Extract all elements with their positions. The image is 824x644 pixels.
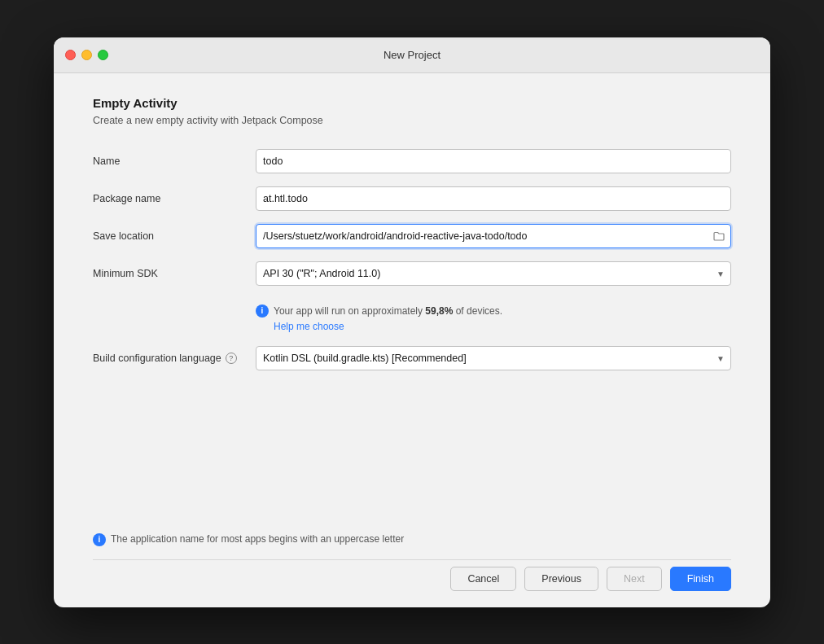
- browse-folder-button[interactable]: [712, 229, 726, 243]
- build-config-select-wrapper: Kotlin DSL (build.gradle.kts) [Recommend…: [256, 346, 731, 370]
- content-area: Empty Activity Create a new empty activi…: [54, 73, 770, 607]
- name-input[interactable]: [256, 149, 731, 173]
- bottom-notice-text: The application name for most apps begin…: [111, 533, 404, 545]
- save-location-label: Save location: [93, 230, 256, 242]
- sdk-info-percentage: 59,8%: [425, 305, 453, 317]
- package-name-label: Package name: [93, 193, 256, 204]
- previous-button[interactable]: Previous: [524, 567, 598, 591]
- name-label: Name: [93, 156, 256, 167]
- build-config-label-text: Build configuration language: [93, 353, 221, 364]
- label-with-help: Build configuration language ?: [93, 353, 256, 364]
- info-icon: i: [256, 304, 269, 318]
- minimum-sdk-select-wrapper: API 30 ("R"; Android 11.0) ▼: [256, 261, 731, 286]
- activity-description: Create a new empty activity with Jetpack…: [93, 115, 731, 126]
- sdk-info-text-block: Your app will run on approximately 59,8%…: [274, 304, 502, 333]
- cancel-button[interactable]: Cancel: [450, 567, 516, 591]
- sdk-info-prefix: Your app will run on approximately: [274, 305, 425, 317]
- next-button: Next: [607, 567, 662, 591]
- title-bar: New Project: [54, 37, 770, 73]
- minimum-sdk-select[interactable]: API 30 ("R"; Android 11.0): [256, 261, 731, 286]
- package-name-input[interactable]: [256, 186, 731, 211]
- help-question-icon[interactable]: ?: [226, 353, 237, 364]
- button-row: Cancel Previous Next Finish: [93, 559, 731, 591]
- form-area: Name Package name Save location: [93, 149, 731, 383]
- finish-button[interactable]: Finish: [670, 567, 731, 591]
- sdk-info-row: i Your app will run on approximately 59,…: [256, 304, 731, 333]
- build-config-row: Build configuration language ? Kotlin DS…: [93, 346, 731, 370]
- close-button[interactable]: [65, 50, 76, 60]
- maximize-button[interactable]: [98, 50, 108, 60]
- notice-info-icon: i: [93, 533, 106, 546]
- window: New Project Empty Activity Create a new …: [54, 37, 770, 607]
- sdk-info-suffix: of devices.: [453, 305, 502, 317]
- package-name-row: Package name: [93, 186, 731, 211]
- build-config-select[interactable]: Kotlin DSL (build.gradle.kts) [Recommend…: [256, 346, 731, 370]
- name-row: Name: [93, 149, 731, 173]
- minimum-sdk-label: Minimum SDK: [93, 268, 256, 279]
- save-location-input[interactable]: [256, 224, 731, 248]
- sdk-info-text: Your app will run on approximately 59,8%…: [274, 304, 502, 318]
- save-location-row: Save location: [93, 224, 731, 248]
- bottom-notice: i The application name for most apps beg…: [93, 532, 731, 546]
- window-title: New Project: [384, 49, 440, 61]
- minimum-sdk-row: Minimum SDK API 30 ("R"; Android 11.0) ▼: [93, 261, 731, 286]
- build-config-label: Build configuration language ?: [93, 353, 256, 364]
- traffic-lights: [65, 50, 108, 60]
- activity-title: Empty Activity: [93, 96, 731, 110]
- save-location-wrapper: [256, 224, 731, 248]
- minimize-button[interactable]: [81, 50, 92, 60]
- help-me-choose-link[interactable]: Help me choose: [274, 321, 344, 332]
